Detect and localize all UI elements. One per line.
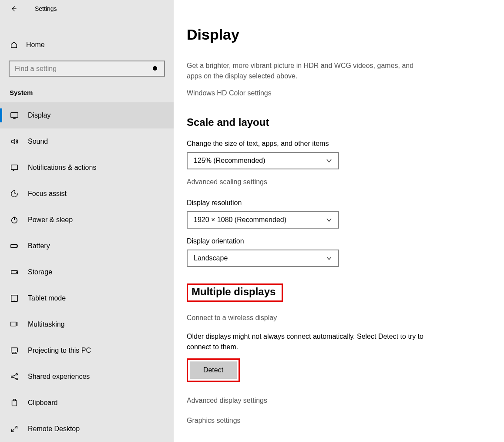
nav-label: Sound xyxy=(28,138,48,145)
nav-label: Remote Desktop xyxy=(28,425,80,433)
nav-label: Power & sleep xyxy=(28,216,73,224)
titlebar: Settings xyxy=(0,0,174,17)
svg-rect-1 xyxy=(11,113,18,118)
svg-rect-5 xyxy=(17,245,18,247)
notifications-icon xyxy=(10,163,19,172)
battery-icon xyxy=(10,241,19,251)
display-icon xyxy=(10,111,19,120)
shared-icon xyxy=(10,372,19,381)
remote-icon xyxy=(10,424,19,434)
nav-item-projecting[interactable]: Projecting to this PC xyxy=(0,337,174,364)
chevron-down-icon xyxy=(326,255,332,261)
app-title: Settings xyxy=(35,5,57,12)
svg-rect-9 xyxy=(11,322,16,326)
resolution-dropdown[interactable]: 1920 × 1080 (Recommended) xyxy=(187,211,339,229)
svg-rect-4 xyxy=(11,244,17,247)
tablet-icon xyxy=(10,294,19,303)
power-icon xyxy=(10,215,19,225)
back-button[interactable] xyxy=(10,4,18,13)
advanced-display-link[interactable]: Advanced display settings xyxy=(187,397,504,405)
nav-item-multitasking[interactable]: Multitasking xyxy=(0,311,174,337)
older-displays-text: Older displays might not always connect … xyxy=(187,331,430,352)
sidebar: Settings Home System Display Sound Notif… xyxy=(0,0,174,442)
nav-label: Display xyxy=(28,111,50,119)
resolution-label: Display resolution xyxy=(187,199,504,207)
svg-point-0 xyxy=(153,66,157,71)
scale-dropdown[interactable]: 125% (Recommended) xyxy=(187,152,339,169)
home-icon xyxy=(10,40,18,49)
multitasking-icon xyxy=(10,320,19,329)
nav-item-clipboard[interactable]: Clipboard xyxy=(0,390,174,416)
detect-button[interactable]: Detect xyxy=(190,361,237,379)
focus-assist-icon xyxy=(10,189,19,199)
multiple-displays-highlight: Multiple displays xyxy=(187,283,283,302)
nav-item-storage[interactable]: Storage xyxy=(0,259,174,285)
clipboard-icon xyxy=(10,398,19,408)
sound-icon xyxy=(10,137,19,146)
nav-item-notifications[interactable]: Notifications & actions xyxy=(0,155,174,181)
nav-label: Tablet mode xyxy=(28,294,66,302)
multiple-displays-title: Multiple displays xyxy=(192,286,276,298)
page-title: Display xyxy=(187,26,504,43)
nav-item-display[interactable]: Display xyxy=(0,102,174,128)
projecting-icon xyxy=(10,346,19,355)
search-input-wrap[interactable] xyxy=(9,61,165,77)
hd-color-link[interactable]: Windows HD Color settings xyxy=(187,89,504,97)
svg-point-12 xyxy=(16,374,18,375)
orientation-value: Landscape xyxy=(194,254,228,262)
nav-item-shared[interactable]: Shared experiences xyxy=(0,364,174,390)
nav-item-remote[interactable]: Remote Desktop xyxy=(0,416,174,442)
resolution-value: 1920 × 1080 (Recommended) xyxy=(194,216,286,224)
category-header: System xyxy=(10,89,174,96)
svg-rect-2 xyxy=(11,165,18,170)
search-input[interactable] xyxy=(15,65,152,73)
graphics-settings-link[interactable]: Graphics settings xyxy=(187,417,504,425)
search-icon xyxy=(152,65,159,72)
nav-item-sound[interactable]: Sound xyxy=(0,128,174,155)
storage-icon xyxy=(10,267,19,277)
nav-label: Notifications & actions xyxy=(28,164,96,172)
nav-item-battery[interactable]: Battery xyxy=(0,233,174,259)
wireless-display-link[interactable]: Connect to a wireless display xyxy=(187,314,504,322)
orientation-dropdown[interactable]: Landscape xyxy=(187,250,339,267)
home-nav[interactable]: Home xyxy=(0,34,174,55)
nav-item-tablet[interactable]: Tablet mode xyxy=(0,285,174,311)
detect-highlight: Detect xyxy=(187,358,240,382)
scale-value: 125% (Recommended) xyxy=(194,157,265,165)
nav-item-focus-assist[interactable]: Focus assist xyxy=(0,181,174,207)
svg-point-13 xyxy=(16,378,18,380)
nav-list: Display Sound Notifications & actions Fo… xyxy=(0,102,174,442)
main-content: Display Get a brighter, more vibrant pic… xyxy=(174,0,504,442)
nav-label: Clipboard xyxy=(28,399,57,407)
orientation-label: Display orientation xyxy=(187,237,504,245)
hdr-description: Get a brighter, more vibrant picture in … xyxy=(187,61,430,81)
nav-label: Focus assist xyxy=(28,190,67,198)
svg-point-11 xyxy=(11,376,13,378)
svg-rect-8 xyxy=(11,295,18,302)
chevron-down-icon xyxy=(326,158,332,164)
nav-label: Projecting to this PC xyxy=(28,347,91,354)
nav-label: Battery xyxy=(28,242,50,250)
advanced-scaling-link[interactable]: Advanced scaling settings xyxy=(187,178,504,186)
nav-item-power[interactable]: Power & sleep xyxy=(0,207,174,233)
home-label: Home xyxy=(26,41,45,49)
nav-label: Multitasking xyxy=(28,321,64,328)
chevron-down-icon xyxy=(326,217,332,223)
nav-label: Storage xyxy=(28,268,52,276)
nav-label: Shared experiences xyxy=(28,373,90,381)
scale-label: Change the size of text, apps, and other… xyxy=(187,140,504,148)
svg-point-7 xyxy=(17,272,17,273)
scale-section-title: Scale and layout xyxy=(187,116,504,128)
svg-rect-10 xyxy=(11,348,18,352)
